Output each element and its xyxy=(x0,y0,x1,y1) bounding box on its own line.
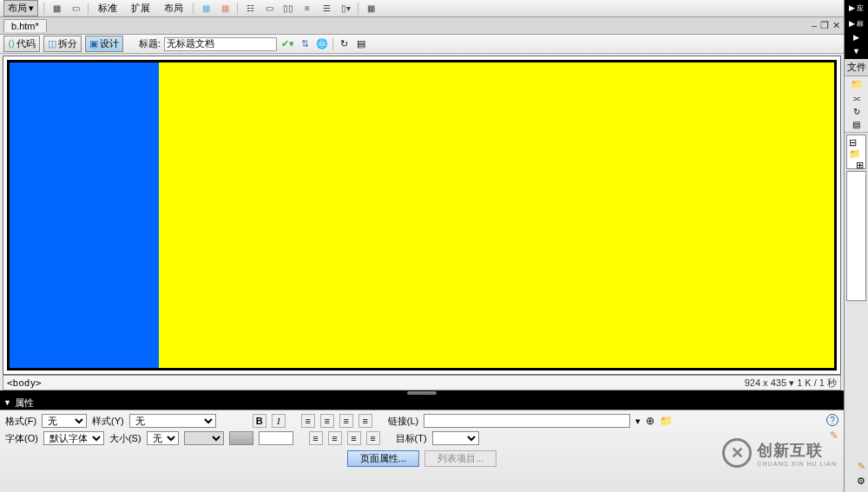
align-left-btn[interactable]: ≡ xyxy=(301,414,315,428)
align-justify-btn[interactable]: ≡ xyxy=(358,414,372,428)
link-icon[interactable]: ⫘ xyxy=(852,94,861,103)
chevron-down-icon: ▾ xyxy=(29,3,34,14)
ul-btn[interactable]: ≡ xyxy=(309,431,323,445)
files-tree-body[interactable] xyxy=(846,171,866,301)
blue-column[interactable] xyxy=(10,62,159,368)
standard-btn[interactable]: 标准 xyxy=(94,0,122,16)
check-icon[interactable]: ✔▾ xyxy=(280,37,294,51)
design-icon: ▣ xyxy=(89,38,98,49)
point-to-file-icon[interactable]: ⊕ xyxy=(646,415,654,427)
layout-btn[interactable]: 布局 xyxy=(160,0,187,16)
icon-5[interactable]: ▯▯ xyxy=(281,2,295,16)
separator xyxy=(332,38,333,50)
icon-6[interactable]: ≡ xyxy=(300,2,314,16)
files-panel-label[interactable]: 文件 xyxy=(845,59,868,76)
italic-btn[interactable]: I xyxy=(272,414,286,428)
insert-div-icon[interactable]: ▭ xyxy=(69,2,82,16)
style-select[interactable]: 无 xyxy=(129,414,216,428)
right-sidebar: ▶ 应 ▶ 标 ▶ ▼ 文件 📁 ⫘ ↻ ▤ ⊟ 📁 ⊞ ✎ ⚙ xyxy=(844,0,868,492)
ol-btn[interactable]: ≡ xyxy=(328,431,342,445)
format-select[interactable]: 无 xyxy=(42,414,87,428)
watermark-en: CHUANG XIN HU LIAN xyxy=(757,461,837,467)
align-center-btn[interactable]: ≡ xyxy=(320,414,334,428)
document-toolbar: ⟨⟩ 代码 ◫ 拆分 ▣ 设计 标题: ✔▾ ⇅ 🌐 ↻ ▤ xyxy=(0,35,844,54)
design-view-btn[interactable]: ▣ 设计 xyxy=(85,36,123,52)
target-label: 目标(T) xyxy=(396,432,427,445)
restore-icon[interactable]: ❐ xyxy=(820,20,829,31)
font-select[interactable]: 默认字体 xyxy=(43,431,104,445)
settings-icon[interactable]: ⚙ xyxy=(857,476,865,487)
properties-title: 属性 xyxy=(15,397,34,410)
size-unit-select[interactable] xyxy=(184,431,224,445)
tab-filename: b.htm* xyxy=(11,21,39,31)
target-select[interactable] xyxy=(432,431,479,445)
page-properties-btn[interactable]: 页面属性... xyxy=(347,450,419,467)
split-label: 拆分 xyxy=(58,37,77,50)
link-dropdown-icon[interactable]: ▾ xyxy=(635,416,641,427)
view-options-icon[interactable]: ▤ xyxy=(354,37,368,51)
align-right-btn[interactable]: ≡ xyxy=(339,414,353,428)
folder-icon[interactable]: 📁 xyxy=(851,79,863,90)
browse-icon[interactable]: 📁 xyxy=(660,415,673,427)
size-select[interactable]: 无 xyxy=(147,431,179,445)
list-item-btn[interactable]: 列表项目... xyxy=(424,450,496,467)
sync-icon[interactable]: ⇅ xyxy=(298,37,312,51)
code-view-btn[interactable]: ⟨⟩ 代码 xyxy=(3,36,40,52)
design-canvas[interactable] xyxy=(3,56,841,375)
link-label: 链接(L) xyxy=(388,415,418,428)
icon-4[interactable]: ▭ xyxy=(262,2,276,16)
document-tab[interactable]: b.htm* xyxy=(3,19,47,32)
icon-2[interactable]: ▦ xyxy=(218,2,232,16)
text-color-well[interactable] xyxy=(229,431,253,445)
code-icon: ⟨⟩ xyxy=(8,38,15,49)
status-dimensions[interactable]: 924 x 435 ▾ 1 K / 1 秒 xyxy=(745,377,837,390)
panel-collapse-1[interactable]: ▶ 应 xyxy=(845,0,868,16)
title-label: 标题: xyxy=(139,37,161,50)
tag-selector[interactable]: <body> xyxy=(7,377,42,389)
split-view-btn[interactable]: ◫ 拆分 xyxy=(43,36,82,52)
icon-8[interactable]: ▯▾ xyxy=(339,2,352,16)
code-label: 代码 xyxy=(16,37,36,50)
properties-header[interactable]: ▼ 属性 xyxy=(0,396,844,410)
separator xyxy=(237,3,238,15)
panel-collapse-3[interactable]: ▶ xyxy=(845,31,868,43)
separator xyxy=(88,3,89,15)
icon-9[interactable]: ▦ xyxy=(364,2,378,16)
page-frame xyxy=(7,60,837,371)
refresh-icon[interactable]: ↻ xyxy=(337,37,351,51)
style-label: 样式(Y) xyxy=(92,415,124,428)
icon-3[interactable]: ☷ xyxy=(243,2,257,16)
insert-toolbar: 布局 ▾ ▦ ▭ 标准 扩展 布局 ▦ ▦ ☷ ▭ ▯▯ ≡ ☰ ▯▾ ▦ xyxy=(0,0,844,17)
globe-icon[interactable]: 🌐 xyxy=(315,37,329,51)
yellow-column[interactable] xyxy=(159,62,834,368)
font-label: 字体(O) xyxy=(5,432,38,445)
link-input[interactable] xyxy=(424,414,630,428)
minimize-icon[interactable]: – xyxy=(812,20,817,31)
document-tab-bar: b.htm* – ❐ ✕ xyxy=(0,17,844,35)
watermark-logo-icon: ✕ xyxy=(722,438,752,468)
help-icon[interactable]: ? xyxy=(826,414,838,426)
refresh-icon[interactable]: ↻ xyxy=(853,107,860,116)
indent-btn[interactable]: ≡ xyxy=(366,431,380,445)
title-input[interactable] xyxy=(164,37,277,51)
icon-7[interactable]: ☰ xyxy=(319,2,333,16)
files-tree[interactable]: ⊟ 📁 ⊞ xyxy=(846,134,866,169)
close-icon[interactable]: ✕ xyxy=(832,20,840,31)
layout-menu-label: 布局 xyxy=(8,2,27,15)
icon-1[interactable]: ▦ xyxy=(199,2,213,16)
panel-collapse-2[interactable]: ▶ 标 xyxy=(845,16,868,31)
expand-btn[interactable]: 扩展 xyxy=(127,0,155,16)
format-label: 格式(F) xyxy=(5,415,36,428)
layout-menu[interactable]: 布局 ▾ xyxy=(3,0,38,16)
log-icon[interactable]: ✎ xyxy=(858,461,865,472)
separator xyxy=(193,3,194,15)
color-hex-input[interactable] xyxy=(259,431,293,445)
outdent-btn[interactable]: ≡ xyxy=(347,431,361,445)
collapse-triangle-icon: ▼ xyxy=(3,398,11,407)
panel-files-header[interactable]: ▼ xyxy=(845,43,868,59)
table-icon[interactable]: ▦ xyxy=(49,2,63,16)
bold-btn[interactable]: B xyxy=(253,414,266,428)
list-icon[interactable]: ▤ xyxy=(852,120,860,129)
split-icon: ◫ xyxy=(48,38,56,49)
properties-panel: ? ✎ 格式(F) 无 样式(Y) 无 B I ≡ ≡ ≡ ≡ 链接(L) ▾ … xyxy=(0,410,844,492)
